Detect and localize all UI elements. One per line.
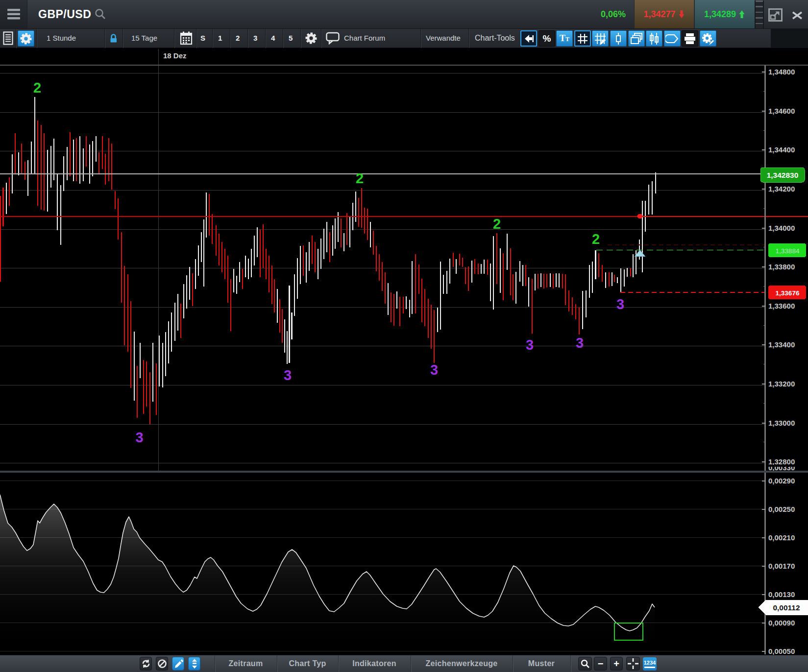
- svg-text:3: 3: [430, 362, 438, 378]
- svg-text:0,00210: 0,00210: [768, 533, 795, 542]
- svg-text:0,00090: 0,00090: [768, 619, 795, 627]
- svg-text:18 Dez: 18 Dez: [163, 51, 187, 60]
- svg-text:1,34200: 1,34200: [768, 185, 795, 193]
- svg-text:0,00170: 0,00170: [768, 562, 795, 570]
- svg-text:1,33000: 1,33000: [768, 419, 795, 427]
- svg-text:0,00290: 0,00290: [768, 477, 795, 485]
- svg-text:1,342830: 1,342830: [767, 171, 799, 179]
- svg-text:2: 2: [33, 80, 41, 96]
- svg-text:0,00050: 0,00050: [768, 647, 795, 655]
- svg-text:2: 2: [493, 216, 501, 232]
- svg-text:0,00250: 0,00250: [768, 505, 795, 513]
- svg-text:1,33200: 1,33200: [768, 380, 795, 388]
- svg-text:1,33884: 1,33884: [776, 247, 800, 255]
- svg-text:3: 3: [576, 335, 584, 351]
- svg-text:1,33800: 1,33800: [768, 263, 795, 271]
- svg-text:3: 3: [284, 367, 292, 383]
- svg-text:2: 2: [356, 170, 364, 186]
- svg-text:2: 2: [592, 231, 600, 247]
- svg-text:0,00130: 0,00130: [768, 590, 795, 599]
- svg-text:1,33676: 1,33676: [776, 289, 800, 297]
- svg-text:3: 3: [526, 337, 534, 353]
- svg-text:1,33600: 1,33600: [768, 302, 795, 310]
- svg-text:1,33400: 1,33400: [768, 340, 795, 349]
- svg-text:3: 3: [616, 296, 624, 312]
- svg-text:1,34400: 1,34400: [768, 145, 795, 154]
- svg-text:1,34600: 1,34600: [768, 107, 795, 115]
- svg-text:3: 3: [135, 430, 143, 445]
- svg-text:1,34800: 1,34800: [768, 68, 795, 76]
- svg-text:0,00112: 0,00112: [773, 603, 800, 612]
- svg-text:1,34000: 1,34000: [768, 224, 795, 232]
